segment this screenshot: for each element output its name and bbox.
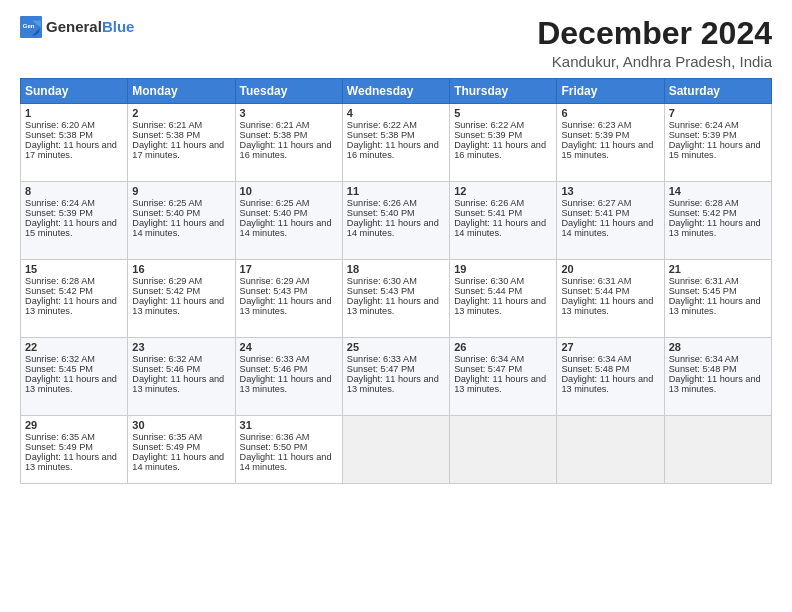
daylight-label: Daylight: 11 hours and 13 minutes. — [25, 452, 117, 472]
table-row: 11Sunrise: 6:26 AMSunset: 5:40 PMDayligh… — [342, 182, 449, 260]
sunrise-label: Sunrise: 6:34 AM — [669, 354, 739, 364]
sunrise-label: Sunrise: 6:35 AM — [25, 432, 95, 442]
table-row: 10Sunrise: 6:25 AMSunset: 5:40 PMDayligh… — [235, 182, 342, 260]
sunset-label: Sunset: 5:38 PM — [347, 130, 415, 140]
table-row: 12Sunrise: 6:26 AMSunset: 5:41 PMDayligh… — [450, 182, 557, 260]
sunset-label: Sunset: 5:50 PM — [240, 442, 308, 452]
sunrise-label: Sunrise: 6:28 AM — [25, 276, 95, 286]
daylight-label: Daylight: 11 hours and 16 minutes. — [454, 140, 546, 160]
day-number: 10 — [240, 185, 338, 197]
sunrise-label: Sunrise: 6:22 AM — [454, 120, 524, 130]
day-number: 28 — [669, 341, 767, 353]
sunrise-label: Sunrise: 6:33 AM — [347, 354, 417, 364]
table-row — [664, 416, 771, 484]
sunrise-label: Sunrise: 6:25 AM — [240, 198, 310, 208]
daylight-label: Daylight: 11 hours and 14 minutes. — [347, 218, 439, 238]
daylight-label: Daylight: 11 hours and 15 minutes. — [561, 140, 653, 160]
sunset-label: Sunset: 5:48 PM — [669, 364, 737, 374]
table-row: 15Sunrise: 6:28 AMSunset: 5:42 PMDayligh… — [21, 260, 128, 338]
sunset-label: Sunset: 5:42 PM — [132, 286, 200, 296]
day-number: 31 — [240, 419, 338, 431]
sunrise-label: Sunrise: 6:24 AM — [25, 198, 95, 208]
day-number: 1 — [25, 107, 123, 119]
table-row: 9Sunrise: 6:25 AMSunset: 5:40 PMDaylight… — [128, 182, 235, 260]
sunset-label: Sunset: 5:39 PM — [561, 130, 629, 140]
daylight-label: Daylight: 11 hours and 14 minutes. — [132, 452, 224, 472]
sunrise-label: Sunrise: 6:34 AM — [561, 354, 631, 364]
sunrise-label: Sunrise: 6:34 AM — [454, 354, 524, 364]
col-saturday: Saturday — [664, 79, 771, 104]
daylight-label: Daylight: 11 hours and 13 minutes. — [240, 296, 332, 316]
table-row: 17Sunrise: 6:29 AMSunset: 5:43 PMDayligh… — [235, 260, 342, 338]
table-row: 25Sunrise: 6:33 AMSunset: 5:47 PMDayligh… — [342, 338, 449, 416]
day-number: 7 — [669, 107, 767, 119]
table-row: 6Sunrise: 6:23 AMSunset: 5:39 PMDaylight… — [557, 104, 664, 182]
table-row: 19Sunrise: 6:30 AMSunset: 5:44 PMDayligh… — [450, 260, 557, 338]
daylight-label: Daylight: 11 hours and 13 minutes. — [669, 374, 761, 394]
sunset-label: Sunset: 5:46 PM — [240, 364, 308, 374]
daylight-label: Daylight: 11 hours and 13 minutes. — [132, 296, 224, 316]
day-number: 5 — [454, 107, 552, 119]
sunset-label: Sunset: 5:40 PM — [347, 208, 415, 218]
logo-general: General — [46, 19, 102, 36]
daylight-label: Daylight: 11 hours and 16 minutes. — [347, 140, 439, 160]
title-area: December 2024 Kandukur, Andhra Pradesh, … — [537, 16, 772, 70]
daylight-label: Daylight: 11 hours and 14 minutes. — [454, 218, 546, 238]
daylight-label: Daylight: 11 hours and 15 minutes. — [669, 140, 761, 160]
sunrise-label: Sunrise: 6:25 AM — [132, 198, 202, 208]
sunrise-label: Sunrise: 6:29 AM — [240, 276, 310, 286]
daylight-label: Daylight: 11 hours and 13 minutes. — [669, 218, 761, 238]
sunset-label: Sunset: 5:40 PM — [240, 208, 308, 218]
table-row: 30Sunrise: 6:35 AMSunset: 5:49 PMDayligh… — [128, 416, 235, 484]
table-row: 23Sunrise: 6:32 AMSunset: 5:46 PMDayligh… — [128, 338, 235, 416]
day-number: 13 — [561, 185, 659, 197]
daylight-label: Daylight: 11 hours and 14 minutes. — [240, 218, 332, 238]
daylight-label: Daylight: 11 hours and 14 minutes. — [132, 218, 224, 238]
sunset-label: Sunset: 5:43 PM — [347, 286, 415, 296]
col-tuesday: Tuesday — [235, 79, 342, 104]
logo-icon: Gen — [20, 16, 42, 38]
daylight-label: Daylight: 11 hours and 13 minutes. — [454, 374, 546, 394]
day-number: 30 — [132, 419, 230, 431]
calendar-week-row: 1Sunrise: 6:20 AMSunset: 5:38 PMDaylight… — [21, 104, 772, 182]
day-number: 24 — [240, 341, 338, 353]
sunset-label: Sunset: 5:48 PM — [561, 364, 629, 374]
sunset-label: Sunset: 5:46 PM — [132, 364, 200, 374]
daylight-label: Daylight: 11 hours and 13 minutes. — [561, 296, 653, 316]
day-number: 9 — [132, 185, 230, 197]
sunset-label: Sunset: 5:41 PM — [561, 208, 629, 218]
sunrise-label: Sunrise: 6:26 AM — [454, 198, 524, 208]
table-row: 21Sunrise: 6:31 AMSunset: 5:45 PMDayligh… — [664, 260, 771, 338]
col-thursday: Thursday — [450, 79, 557, 104]
table-row: 13Sunrise: 6:27 AMSunset: 5:41 PMDayligh… — [557, 182, 664, 260]
daylight-label: Daylight: 11 hours and 15 minutes. — [25, 218, 117, 238]
sunrise-label: Sunrise: 6:20 AM — [25, 120, 95, 130]
table-row: 7Sunrise: 6:24 AMSunset: 5:39 PMDaylight… — [664, 104, 771, 182]
day-number: 22 — [25, 341, 123, 353]
day-number: 17 — [240, 263, 338, 275]
table-row: 1Sunrise: 6:20 AMSunset: 5:38 PMDaylight… — [21, 104, 128, 182]
sunrise-label: Sunrise: 6:32 AM — [132, 354, 202, 364]
table-row: 22Sunrise: 6:32 AMSunset: 5:45 PMDayligh… — [21, 338, 128, 416]
calendar-week-row: 29Sunrise: 6:35 AMSunset: 5:49 PMDayligh… — [21, 416, 772, 484]
daylight-label: Daylight: 11 hours and 13 minutes. — [240, 374, 332, 394]
table-row: 14Sunrise: 6:28 AMSunset: 5:42 PMDayligh… — [664, 182, 771, 260]
day-number: 29 — [25, 419, 123, 431]
header-row: Sunday Monday Tuesday Wednesday Thursday… — [21, 79, 772, 104]
day-number: 16 — [132, 263, 230, 275]
daylight-label: Daylight: 11 hours and 14 minutes. — [240, 452, 332, 472]
sunset-label: Sunset: 5:45 PM — [669, 286, 737, 296]
sunset-label: Sunset: 5:42 PM — [25, 286, 93, 296]
sunrise-label: Sunrise: 6:31 AM — [669, 276, 739, 286]
table-row: 16Sunrise: 6:29 AMSunset: 5:42 PMDayligh… — [128, 260, 235, 338]
col-friday: Friday — [557, 79, 664, 104]
table-row: 27Sunrise: 6:34 AMSunset: 5:48 PMDayligh… — [557, 338, 664, 416]
sunset-label: Sunset: 5:47 PM — [347, 364, 415, 374]
sunrise-label: Sunrise: 6:36 AM — [240, 432, 310, 442]
sunrise-label: Sunrise: 6:30 AM — [454, 276, 524, 286]
day-number: 20 — [561, 263, 659, 275]
table-row: 2Sunrise: 6:21 AMSunset: 5:38 PMDaylight… — [128, 104, 235, 182]
sunset-label: Sunset: 5:49 PM — [25, 442, 93, 452]
sunset-label: Sunset: 5:39 PM — [25, 208, 93, 218]
calendar-week-row: 22Sunrise: 6:32 AMSunset: 5:45 PMDayligh… — [21, 338, 772, 416]
